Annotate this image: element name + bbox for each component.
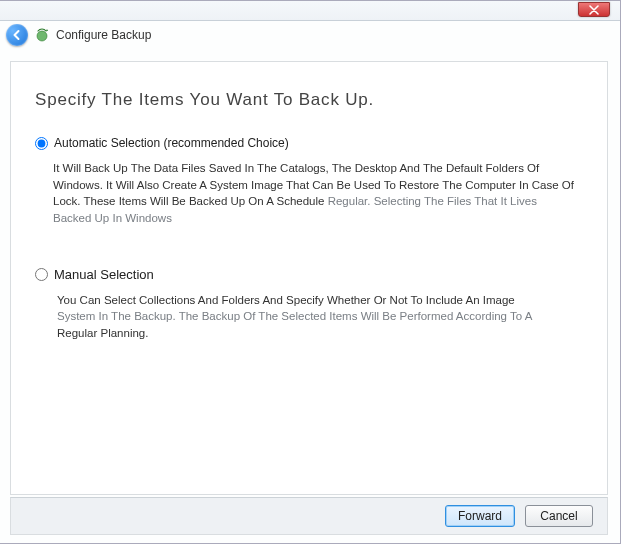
arrow-left-icon <box>11 29 23 41</box>
option-automatic-label: Automatic Selection (recommended Choice) <box>54 136 289 150</box>
breadcrumb: Configure Backup <box>56 28 151 42</box>
forward-button[interactable]: Forward <box>445 505 515 527</box>
option-automatic-row[interactable]: Automatic Selection (recommended Choice) <box>35 136 587 150</box>
option-automatic-description: It Will Back Up The Data Files Saved In … <box>35 160 575 227</box>
window-close-button[interactable] <box>578 2 610 17</box>
backup-wizard-window: Configure Backup Specify The Items You W… <box>0 0 621 544</box>
option-automatic: Automatic Selection (recommended Choice)… <box>35 136 587 227</box>
navbar: Configure Backup <box>0 21 620 49</box>
page-title: Specify The Items You Want To Back Up. <box>35 90 587 110</box>
option-manual-label: Manual Selection <box>54 267 154 282</box>
radio-automatic[interactable] <box>35 137 48 150</box>
option-manual-desc-line1: You Can Select Collections And Folders A… <box>57 292 575 309</box>
content-panel: Specify The Items You Want To Back Up. A… <box>10 61 608 495</box>
cancel-button[interactable]: Cancel <box>525 505 593 527</box>
option-manual-row[interactable]: Manual Selection <box>35 267 587 282</box>
option-manual-desc-line2: System In The Backup. The Backup Of The … <box>57 308 575 325</box>
svg-point-0 <box>37 31 47 41</box>
option-manual: Manual Selection You Can Select Collecti… <box>35 267 587 342</box>
back-button[interactable] <box>6 24 28 46</box>
footer-bar: Forward Cancel <box>10 497 608 535</box>
option-manual-desc-line3: Regular Planning. <box>57 325 575 342</box>
option-manual-description: You Can Select Collections And Folders A… <box>35 292 575 342</box>
titlebar <box>0 1 620 21</box>
close-icon <box>589 5 599 15</box>
radio-manual[interactable] <box>35 268 48 281</box>
backup-app-icon <box>34 27 50 43</box>
globe-refresh-icon <box>34 27 50 43</box>
